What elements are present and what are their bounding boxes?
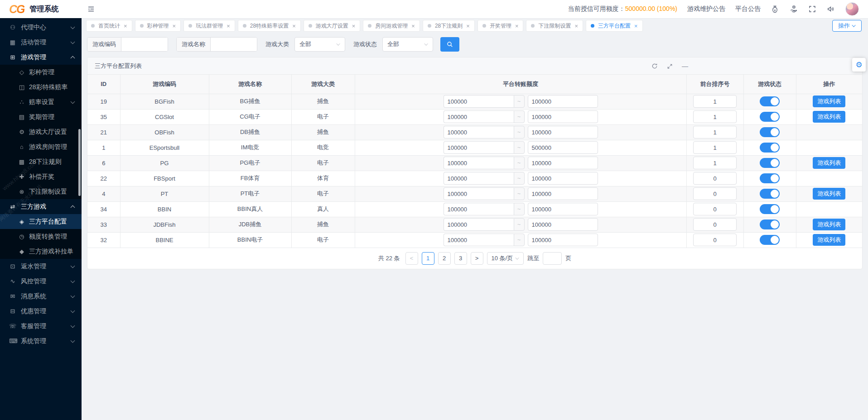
sort-order-input[interactable] — [693, 95, 737, 108]
sidebar-item-lottery-type[interactable]: ◇彩种管理 — [0, 65, 82, 80]
sort-order-input[interactable] — [693, 203, 737, 215]
jump-page-input[interactable] — [543, 252, 562, 265]
quota-max-input[interactable] — [528, 234, 598, 246]
sort-order-input[interactable] — [693, 110, 737, 123]
quota-min-input[interactable] — [444, 172, 514, 185]
fullscreen-button[interactable] — [808, 5, 816, 13]
quota-max-input[interactable] — [528, 95, 598, 108]
sort-order-input[interactable] — [693, 126, 737, 138]
page-size-select[interactable]: 10 条/页 — [487, 252, 524, 265]
sidebar-item-message-system[interactable]: ✉消息系统 — [0, 289, 82, 304]
close-tab-icon[interactable]: × — [574, 23, 578, 29]
tab-0[interactable]: 首页统计× — [86, 20, 132, 32]
next-page-button[interactable]: > — [471, 252, 483, 265]
sidebar-item-promotion-management[interactable]: ⊟优惠管理 — [0, 304, 82, 319]
status-toggle[interactable] — [760, 143, 780, 153]
page-button-1[interactable]: 1 — [422, 252, 434, 265]
expand-button[interactable] — [667, 63, 673, 69]
sort-order-input[interactable] — [693, 187, 737, 200]
status-toggle[interactable] — [760, 127, 780, 137]
sidebar-item-customer-service[interactable]: ☏客服管理 — [0, 319, 82, 334]
sidebar-item-special-odds[interactable]: ◫28彩特殊赔率 — [0, 80, 82, 95]
tab-5[interactable]: 房间游戏管理× — [363, 20, 420, 32]
quota-max-input[interactable] — [528, 141, 598, 154]
operation-dropdown-button[interactable]: 操作 — [832, 20, 862, 32]
status-toggle[interactable] — [760, 173, 780, 183]
status-toggle[interactable] — [760, 220, 780, 229]
tab-7[interactable]: 开奖管理× — [477, 20, 524, 32]
sidebar-item-platform-config[interactable]: ◈三方平台配置 — [0, 214, 82, 229]
sidebar-item-odds-settings[interactable]: ∴赔率设置 — [0, 95, 82, 110]
page-button-2[interactable]: 2 — [438, 252, 451, 265]
tab-2[interactable]: 玩法群管理× — [183, 20, 235, 32]
collapse-sidebar-button[interactable] — [87, 5, 95, 13]
sidebar-item-rebate-management[interactable]: ⊡返水管理 — [0, 259, 82, 274]
sidebar-item-bet-rules[interactable]: ▩28下注规则 — [0, 154, 82, 169]
quota-min-input[interactable] — [444, 95, 514, 108]
withdraw-button[interactable] — [789, 5, 798, 14]
sidebar-scrollbar[interactable] — [78, 129, 81, 196]
sort-order-input[interactable] — [693, 141, 737, 154]
money-bag-button[interactable] — [771, 5, 779, 14]
column-settings-button[interactable]: ⚙ — [852, 58, 866, 72]
sidebar-item-game-hall-settings[interactable]: ⚙游戏大厅设置 — [0, 124, 82, 139]
sidebar-item-pull-order[interactable]: ◆三方游戏补拉单 — [0, 244, 82, 259]
sort-order-input[interactable] — [693, 172, 737, 185]
tab-1[interactable]: 彩种管理× — [135, 20, 181, 32]
sound-button[interactable] — [826, 5, 835, 14]
close-tab-icon[interactable]: × — [227, 23, 230, 29]
quota-max-input[interactable] — [528, 187, 598, 200]
platform-notice-link[interactable]: 平台公告 — [735, 5, 761, 13]
game-list-button[interactable]: 游戏列表 — [813, 234, 845, 246]
sidebar-item-draw-period[interactable]: ▤奖期管理 — [0, 110, 82, 124]
refresh-button[interactable] — [651, 63, 658, 69]
sidebar-item-makeup-draw[interactable]: ✚补偿开奖 — [0, 169, 82, 184]
quota-min-input[interactable] — [444, 187, 514, 200]
game-list-button[interactable]: 游戏列表 — [813, 95, 845, 107]
sidebar-item-third-party-games[interactable]: ⇄三方游戏 — [0, 199, 82, 214]
quota-min-input[interactable] — [444, 141, 514, 154]
quota-max-input[interactable] — [528, 172, 598, 185]
close-tab-icon[interactable]: × — [124, 23, 127, 29]
quota-max-input[interactable] — [528, 218, 598, 231]
close-tab-icon[interactable]: × — [352, 23, 356, 29]
quota-min-input[interactable] — [444, 157, 514, 169]
page-button-3[interactable]: 3 — [454, 252, 467, 265]
tab-4[interactable]: 游戏大厅设置× — [304, 20, 361, 32]
sidebar-item-game-management[interactable]: ⊞游戏管理 — [0, 50, 82, 65]
sort-order-input[interactable] — [693, 234, 737, 246]
tab-6[interactable]: 28下注规则× — [423, 20, 475, 32]
status-toggle[interactable] — [760, 189, 780, 199]
quota-max-input[interactable] — [528, 157, 598, 169]
status-toggle[interactable] — [760, 96, 780, 106]
quota-min-input[interactable] — [444, 203, 514, 215]
sidebar-item-agent-center[interactable]: ⚇代理中心 — [0, 20, 82, 35]
collapse-panel-button[interactable]: — — [682, 63, 688, 69]
user-avatar[interactable] — [845, 2, 859, 16]
quota-min-input[interactable] — [444, 234, 514, 246]
search-button[interactable] — [440, 37, 459, 52]
tab-8[interactable]: 下注限制设置× — [526, 20, 583, 32]
close-tab-icon[interactable]: × — [292, 23, 296, 29]
game-list-button[interactable]: 游戏列表 — [813, 219, 845, 230]
close-tab-icon[interactable]: × — [515, 23, 519, 29]
game-list-button[interactable]: 游戏列表 — [813, 111, 845, 123]
sidebar-item-system-management[interactable]: ⌨系统管理 — [0, 334, 82, 348]
tab-9[interactable]: 三方平台配置× — [586, 20, 643, 32]
status-toggle[interactable] — [760, 158, 780, 168]
close-tab-icon[interactable]: × — [466, 23, 470, 29]
game-code-input[interactable] — [121, 38, 168, 51]
sidebar-item-game-room[interactable]: ⌂游戏房间管理 — [0, 139, 82, 154]
prev-page-button[interactable]: < — [405, 252, 418, 265]
sidebar-item-quota-convert[interactable]: ◷额度转换管理 — [0, 229, 82, 244]
maintenance-notice-link[interactable]: 游戏维护公告 — [687, 5, 725, 13]
game-status-select[interactable]: 全部 — [382, 37, 433, 52]
tab-3[interactable]: 28特殊赔率设置× — [238, 20, 301, 32]
sort-order-input[interactable] — [693, 218, 737, 231]
status-toggle[interactable] — [760, 235, 780, 245]
sidebar-item-bet-limit[interactable]: ⊗下注限制设置 — [0, 184, 82, 199]
quota-max-input[interactable] — [528, 203, 598, 215]
sort-order-input[interactable] — [693, 157, 737, 169]
close-tab-icon[interactable]: × — [634, 23, 638, 29]
quota-min-input[interactable] — [444, 218, 514, 231]
